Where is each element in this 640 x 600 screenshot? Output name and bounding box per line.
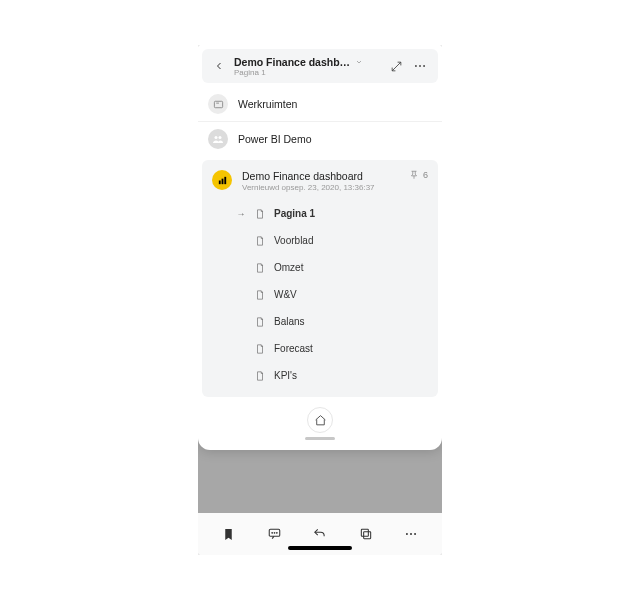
svg-point-12 — [276, 532, 277, 533]
title-dropdown[interactable]: Demo Finance dashboa... Pagina 1 — [230, 56, 384, 77]
svg-point-17 — [414, 533, 416, 535]
toolbar-more-button[interactable] — [398, 521, 424, 547]
title-subtitle: Pagina 1 — [234, 68, 384, 77]
phone-frame: Meer informatie Demo Finance dashboa... … — [198, 45, 442, 555]
svg-rect-14 — [361, 529, 368, 536]
svg-point-0 — [415, 65, 417, 67]
drag-handle[interactable] — [305, 437, 335, 440]
comment-button[interactable] — [261, 521, 287, 547]
title-text: Demo Finance dashboa... — [234, 56, 352, 68]
workspaces-row[interactable]: Werkruimten — [198, 87, 442, 121]
svg-rect-8 — [224, 176, 226, 183]
current-arrow-icon: → — [236, 209, 246, 219]
page-item-wv[interactable]: W&V — [236, 281, 430, 308]
page-label: W&V — [274, 289, 297, 300]
copy-button[interactable] — [353, 521, 379, 547]
page-icon — [254, 234, 266, 248]
page-icon — [254, 342, 266, 356]
page-item-forecast[interactable]: Forecast — [236, 335, 430, 362]
more-menu-button[interactable] — [408, 54, 432, 78]
dashboard-title: Demo Finance dashboard — [242, 170, 399, 182]
page-icon — [254, 315, 266, 329]
svg-point-5 — [219, 136, 222, 139]
pin-count[interactable]: 6 — [409, 170, 428, 180]
svg-point-10 — [272, 532, 273, 533]
page-icon — [254, 288, 266, 302]
dashboard-section: Demo Finance dashboard Vernieuwd opsep. … — [202, 160, 438, 397]
svg-point-15 — [406, 533, 408, 535]
svg-rect-7 — [221, 178, 223, 184]
pin-count-value: 6 — [423, 170, 428, 180]
page-label: Omzet — [274, 262, 303, 273]
people-icon — [208, 129, 228, 149]
svg-point-1 — [419, 65, 421, 67]
page-icon — [254, 369, 266, 383]
dashboard-header[interactable]: Demo Finance dashboard Vernieuwd opsep. … — [210, 168, 430, 198]
home-button[interactable] — [307, 407, 333, 433]
undo-button[interactable] — [307, 521, 333, 547]
page-icon — [254, 207, 266, 221]
page-item-kpis[interactable]: KPI's — [236, 362, 430, 389]
page-item-voorblad[interactable]: Voorblad — [236, 227, 430, 254]
page-icon — [254, 261, 266, 275]
report-icon — [212, 170, 232, 190]
svg-point-2 — [423, 65, 425, 67]
page-item-balans[interactable]: Balans — [236, 308, 430, 335]
workspaces-label: Werkruimten — [238, 98, 297, 110]
dashboard-refreshed: Vernieuwd opsep. 23, 2020, 13:36:37 — [242, 183, 399, 192]
page-item-pagina-1[interactable]: → Pagina 1 — [236, 200, 430, 227]
ios-home-indicator[interactable] — [288, 546, 352, 550]
page-list: → Pagina 1 Voorblad Omzet — [210, 198, 430, 389]
page-label: Voorblad — [274, 235, 313, 246]
page-label: Pagina 1 — [274, 208, 315, 219]
page-label: KPI's — [274, 370, 297, 381]
back-button[interactable] — [208, 60, 230, 72]
workspace-label: Power BI Demo — [238, 133, 312, 145]
page-label: Balans — [274, 316, 305, 327]
page-item-omzet[interactable]: Omzet — [236, 254, 430, 281]
svg-rect-3 — [214, 101, 222, 107]
chevron-down-icon — [355, 58, 363, 66]
pin-icon — [409, 170, 419, 180]
svg-point-4 — [215, 136, 218, 139]
bookmark-button[interactable] — [216, 521, 242, 547]
page-label: Forecast — [274, 343, 313, 354]
titlebar: Demo Finance dashboa... Pagina 1 — [202, 49, 438, 83]
expand-button[interactable] — [384, 54, 408, 78]
svg-point-11 — [274, 532, 275, 533]
home-row — [198, 401, 442, 433]
workspaces-icon — [208, 94, 228, 114]
svg-rect-6 — [218, 180, 220, 184]
svg-rect-13 — [363, 532, 370, 539]
dropdown-panel: Demo Finance dashboa... Pagina 1 Werkrui… — [198, 45, 442, 450]
workspace-row[interactable]: Power BI Demo — [198, 122, 442, 156]
svg-point-16 — [410, 533, 412, 535]
